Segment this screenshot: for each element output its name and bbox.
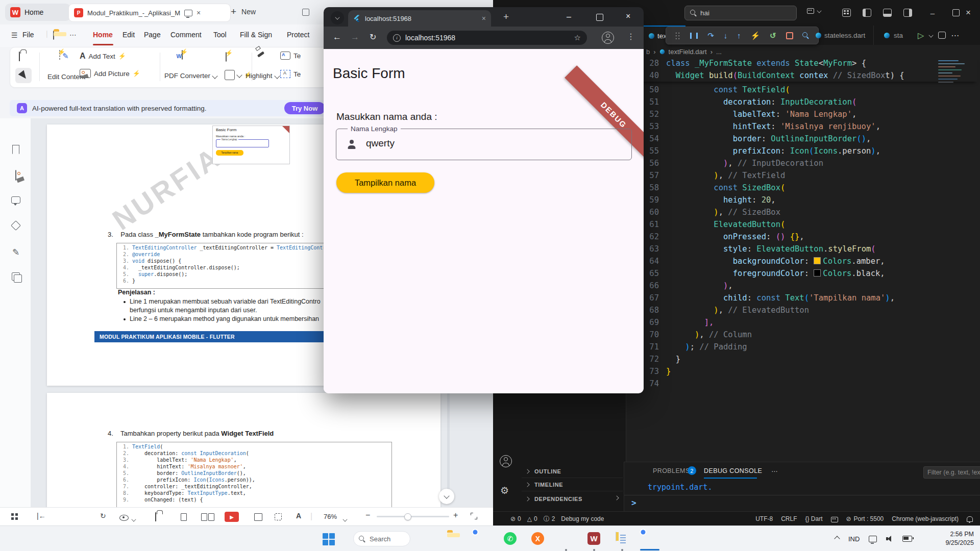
chevron-down-icon[interactable] — [929, 33, 934, 37]
eol-indicator[interactable]: CRLF — [781, 515, 797, 522]
scroll-down-button[interactable] — [439, 489, 454, 504]
toggle-panel-icon[interactable] — [883, 9, 892, 17]
step-into-icon[interactable]: ↓ — [724, 31, 728, 40]
back-icon[interactable]: ← — [333, 32, 341, 42]
highlight-button[interactable]: Highlight — [246, 72, 279, 80]
toggle-sidebar-icon[interactable] — [863, 9, 871, 17]
accounts-icon[interactable] — [500, 455, 512, 467]
file-explorer-icon[interactable] — [447, 532, 460, 545]
tab-list-icon[interactable] — [302, 9, 309, 16]
step-out-icon[interactable]: ↑ — [737, 31, 741, 40]
menu-edit[interactable]: Edit — [122, 31, 135, 39]
pdf-converter-label-row[interactable]: PDF Converter — [164, 72, 217, 80]
tag-icon[interactable] — [10, 221, 21, 233]
select-tool-button[interactable] — [15, 68, 32, 83]
tab-stateless-dart[interactable]: stateless.dart — [812, 26, 874, 45]
close-button[interactable]: × — [626, 12, 630, 21]
more-menu-icon[interactable]: ⋯ — [69, 31, 77, 39]
presentation-play-button[interactable]: ▶ — [225, 512, 239, 522]
zoom-level-value[interactable]: 76% — [324, 513, 337, 520]
edit-content-button[interactable]: ⚡ — [59, 51, 60, 60]
extension-robot-icon[interactable] — [831, 517, 838, 522]
name-input-field[interactable]: Nama Lengkap qwerty — [336, 129, 632, 160]
language-indicator[interactable]: {} Dart — [805, 515, 822, 522]
toggle-secondary-sidebar-icon[interactable] — [903, 9, 912, 17]
code-editor[interactable]: 50 const TextField(51 decoration: InputD… — [641, 84, 977, 390]
copilot-button[interactable] — [807, 8, 821, 13]
pause-icon[interactable] — [690, 33, 698, 39]
view-mode-icon[interactable] — [119, 514, 129, 522]
debug-target[interactable]: Chrome (web-javascript) — [892, 515, 959, 522]
browser-tab[interactable]: localhost:51968 × — [348, 10, 491, 27]
comment-icon[interactable] — [10, 196, 21, 207]
menu-fill-sign[interactable]: Fill & Sign — [240, 31, 272, 39]
open-folder-icon[interactable] — [53, 31, 54, 39]
run-debug-icon[interactable]: ▷ — [918, 31, 924, 40]
minimize-button[interactable]: – — [921, 0, 944, 26]
pdf-converter-button[interactable]: ⚡ — [182, 51, 183, 60]
restart-icon[interactable]: ↺ — [770, 31, 776, 40]
panel-more-icon[interactable]: ⋯ — [771, 467, 778, 475]
address-bar[interactable]: i localhost:51968 ☆ — [387, 31, 587, 45]
port-indicator[interactable]: ⊘Port : 5500 — [846, 515, 884, 522]
zoom-out-button[interactable]: − — [365, 511, 370, 520]
widget-inspector-icon[interactable] — [802, 32, 809, 39]
problems-tab[interactable]: PROBLEMS — [653, 467, 690, 474]
try-now-button[interactable]: Try Now — [284, 102, 325, 114]
crop-icon[interactable] — [275, 513, 282, 522]
cast-icon[interactable] — [869, 536, 877, 542]
settings-gear-icon[interactable]: ⚙ — [500, 485, 509, 496]
single-page-icon[interactable] — [181, 513, 187, 522]
menu-protect[interactable]: Protect — [287, 31, 309, 39]
customize-layout-icon[interactable] — [842, 9, 851, 17]
text-select-icon[interactable]: A — [296, 512, 301, 520]
site-info-icon[interactable]: i — [393, 34, 401, 42]
menu-tool[interactable]: Tool — [213, 31, 227, 39]
tab-search-button[interactable] — [331, 11, 344, 24]
fit-screen-icon[interactable] — [471, 513, 477, 521]
hot-reload-icon[interactable]: ⚡ — [750, 31, 760, 40]
errors-indicator[interactable]: ⊘0 — [510, 515, 521, 522]
thumbnail-panel-icon[interactable] — [11, 513, 18, 521]
firefox-icon[interactable] — [419, 532, 432, 545]
wps-home-tab[interactable]: W Home — [5, 4, 70, 21]
add-text-button[interactable]: A Add Text⚡ — [80, 52, 126, 61]
debug-console-tab[interactable]: DEBUG CONSOLE — [704, 467, 762, 474]
zoom-chevron-icon[interactable] — [343, 515, 347, 523]
hand-mode-icon[interactable] — [155, 513, 156, 521]
keyboard-language[interactable]: IND — [848, 535, 860, 543]
close-tab-icon[interactable]: × — [482, 14, 486, 22]
filter-input[interactable]: Filter (e.g. text, !exclude,... — [923, 466, 980, 479]
menu-page[interactable]: Page — [144, 31, 161, 39]
encoding-indicator[interactable]: UTF-8 — [755, 515, 773, 522]
signature-icon[interactable]: ✎ — [10, 247, 21, 258]
section-timeline[interactable]: TIMELINE — [525, 479, 563, 491]
xampp-icon[interactable]: X — [531, 532, 545, 545]
dependencies-expand-icon[interactable] — [614, 495, 619, 500]
whatsapp-icon[interactable]: ✆ — [504, 532, 517, 545]
pdf-document-tab[interactable]: P Modul_Praktikum_-_Aplikasi_M × — [68, 4, 231, 22]
breadcrumb[interactable]: b› textField.dart› ... — [646, 46, 722, 57]
view-mode-chevron-icon[interactable] — [132, 515, 136, 523]
zoom-slider[interactable] — [377, 516, 449, 517]
text-comment-button[interactable]: Te — [280, 52, 301, 60]
warnings-indicator[interactable]: △0 — [527, 515, 537, 522]
maximize-button[interactable] — [596, 14, 603, 21]
stop-icon[interactable] — [786, 32, 793, 39]
drag-handle-icon[interactable] — [675, 32, 680, 39]
new-tab-button[interactable]: + New — [231, 6, 256, 17]
zoom-slider-handle[interactable] — [404, 513, 411, 520]
wps-office-icon[interactable]: W — [587, 532, 601, 545]
info-indicator[interactable]: ⓘ2 — [544, 515, 555, 523]
notepad-icon[interactable] — [616, 532, 629, 545]
tray-overflow-icon[interactable] — [834, 536, 840, 541]
volume-icon[interactable] — [886, 536, 893, 542]
layers-icon[interactable] — [10, 272, 21, 284]
clock[interactable]: 2:56 PM 9/25/2025 — [945, 530, 974, 547]
taskbar-search[interactable]: Search — [353, 531, 410, 546]
text-box-button[interactable]: Te — [280, 70, 301, 78]
zoom-in-button[interactable]: + — [453, 511, 458, 520]
bookmark-star-icon[interactable]: ☆ — [574, 33, 581, 42]
split-editor-icon[interactable] — [938, 32, 946, 39]
close-button[interactable]: × — [957, 0, 980, 26]
